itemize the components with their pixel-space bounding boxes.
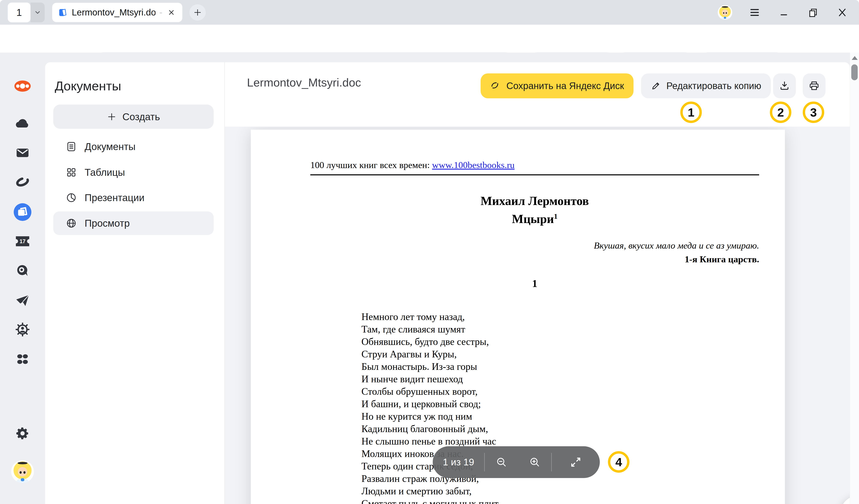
sidebar-item-disk[interactable] [0,118,45,128]
hamburger-icon [750,8,759,17]
window-close-button[interactable] [834,5,850,20]
printer-icon [809,80,820,91]
poem-line: Не слышно пенье в поздний час [361,435,759,447]
tab-group-count[interactable]: 1 [8,3,30,22]
section-number: 1 [310,277,759,290]
annotation-circle-4: 4 [608,451,630,473]
sidebar-item-messenger[interactable] [0,264,45,277]
sidebar-item-tables[interactable]: Таблицы [53,161,214,184]
print-document-button[interactable] [803,73,826,98]
tab-title-suffix: - [159,7,162,18]
doc-author: Михаил Лермонтов [310,194,759,209]
minimize-icon [779,8,788,17]
create-button[interactable]: Создать [53,105,214,129]
poem-line: Был монастырь. Из-за горы [361,361,759,373]
sidebar-item-documents[interactable]: Документы [53,135,214,158]
window-restore-button[interactable] [805,5,821,20]
docs-side-panel: Документы Создать Документы Т [45,62,225,504]
window-minimize-button[interactable] [776,5,792,20]
zoom-out-icon [496,456,507,468]
tab-group-chip[interactable]: 1 [8,3,45,22]
doc-poem-title: Мцыри1 [310,209,759,227]
page-indicator: 1 из 19 [433,457,484,468]
sidebar-item-settings[interactable] [0,426,45,441]
profile-avatar[interactable] [717,5,733,20]
chevron-down-icon [34,9,41,16]
tab-title: Lermontov_Mtsyri.doc [72,7,155,18]
annotation-circle-3: 3 [803,102,824,123]
zoom-in-button[interactable] [518,456,551,468]
viewer-toolbar: 1 из 19 [433,446,600,478]
poem-line: И нынче видит пешеход [361,373,759,385]
menu-item-label: Таблицы [85,167,125,178]
sidebar-item-calendar[interactable]: 17 [0,235,45,247]
poem-line: Сметает пыль с могильных плит, [361,497,759,504]
menu-item-label: Просмотр [85,217,130,229]
save-to-disk-label: Сохранить на Яндекс Диск [507,80,624,91]
tab-strip: 1 Lermontov_Mtsyri.doc - [0,0,859,25]
sidebar-item-presentations[interactable]: Презентации [53,186,214,210]
mail-icon [16,148,29,158]
sidebar-item-telemost[interactable] [0,175,45,188]
gear-icon [15,426,30,441]
doc-header-link[interactable]: www.100bestbooks.ru [432,160,514,170]
avatar [11,460,34,483]
poem-line: Обнявшись, будто две сестры, [361,336,759,348]
browser-menu-button[interactable] [747,5,762,20]
poem-line: Немного лет тому назад, [361,310,759,323]
sidebar-item-yandex360[interactable] [0,80,45,92]
edit-copy-button[interactable]: Редактировать копию [641,73,771,98]
panel-heading: Документы [55,79,121,93]
download-document-button[interactable] [773,73,796,98]
zoom-out-button[interactable] [485,456,518,468]
main-area: 17 [0,52,859,504]
scrollbar-thumb[interactable] [851,64,858,80]
poem-line: Струи Арагвы и Куры, [361,348,759,361]
sidebar-item-account[interactable] [0,460,45,483]
doc-header-line: 100 лучших книг всех времен: www.100best… [310,159,759,171]
header-rule [310,174,759,175]
content-panel: Lermontov_Mtsyri.doc Сохранить на Яндекс… [225,62,850,504]
restore-icon [808,7,818,17]
expand-icon [570,456,582,468]
zoom-in-icon [529,456,541,468]
swoosh-ring-icon [14,175,31,188]
four-dots-icon [16,353,29,365]
edit-copy-label: Редактировать копию [666,80,761,91]
epigraph: Вкушая, вкусих мало меда и се аз умираю. [310,240,759,251]
plus-icon [107,112,116,122]
pie-chart-icon [66,192,77,203]
close-icon [837,7,847,17]
grid-icon [66,167,77,178]
vertical-scrollbar [850,52,859,504]
poem-line: Там, где сливаяся шумят [361,323,759,336]
sidebar-item-campaigns[interactable] [0,293,45,307]
fullscreen-button[interactable] [552,456,600,468]
paper-plane-icon [15,293,30,307]
tab-close-icon[interactable] [166,7,177,18]
tab-group-expand[interactable] [30,3,45,22]
poem-line: Столбы обрушенных ворот, [361,385,759,398]
document-lines-icon [66,141,77,152]
person-gear-icon [15,322,30,337]
new-tab-button[interactable] [190,4,206,20]
create-label: Создать [122,111,160,123]
chat-bubble-icon [15,264,30,277]
globe-icon [66,218,77,229]
sidebar-item-mail[interactable] [0,148,45,158]
poem-line: И башни, и церковный свод; [361,398,759,410]
cloud-icon [15,118,30,128]
sidebar-item-view-active[interactable]: Просмотр [53,211,214,235]
scroll-up-arrow-icon[interactable] [852,56,858,60]
sidebar-item-documents-active[interactable] [0,203,45,221]
sidebar-item-more-apps[interactable] [0,353,45,365]
sidebar-item-admin[interactable] [0,322,45,337]
document-viewer: 100 лучших книг всех времен: www.100best… [225,127,850,504]
epigraph-source: 1-я Книга царств. [310,254,759,265]
save-to-disk-button[interactable]: Сохранить на Яндекс Диск [481,73,633,98]
plus-icon [193,8,202,17]
tab-active[interactable]: Lermontov_Mtsyri.doc - [52,3,182,22]
document-tab-icon [58,7,68,18]
poem-line: Кадильниц благовонный дым, [361,423,759,435]
menu-item-label: Документы [85,141,136,152]
